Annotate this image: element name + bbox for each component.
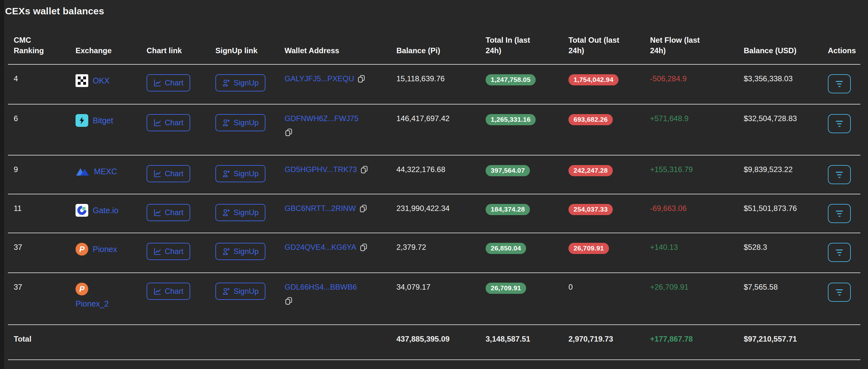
- chart-link-button[interactable]: Chart: [147, 114, 190, 131]
- total-balance-pi: 437,885,395.09: [391, 325, 480, 360]
- row-actions-button[interactable]: [828, 283, 851, 302]
- signup-link-button[interactable]: SignUp: [215, 114, 266, 131]
- total-in-badge: 26,850.04: [486, 243, 526, 254]
- user-plus-icon: [222, 287, 230, 296]
- column-header-total-in-last-24h: Total In (last24h): [480, 17, 563, 64]
- net-flow-value: +571,648.9: [650, 114, 689, 123]
- cmc-ranking-value: 4: [14, 74, 18, 83]
- wallet-address-link[interactable]: GDL66HS4...BBWB6: [284, 283, 357, 291]
- column-header-balance-pi: Balance (Pi): [391, 17, 480, 64]
- wallet-address-link[interactable]: GALYJFJ5...PXEQU: [284, 74, 354, 83]
- net-flow-value: -69,663.06: [650, 204, 687, 213]
- exchange-cell: Gate.io: [75, 204, 135, 217]
- column-header-cmc-ranking: CMCRanking: [8, 17, 70, 64]
- exchange-logo-icon: [75, 114, 88, 127]
- copy-address-icon[interactable]: [357, 74, 366, 83]
- table-row: 37 P Pionex Chart SignUp: [8, 233, 860, 273]
- wallet-address-link[interactable]: GDFNWH6Z...FWJ75: [284, 114, 359, 123]
- chart-line-icon: [153, 119, 161, 127]
- signup-link-button[interactable]: SignUp: [215, 165, 266, 182]
- exchange-cell: Bitget: [75, 114, 135, 127]
- cmc-ranking-value: 11: [14, 204, 22, 213]
- wallet-balances-card: CMCRankingExchangeChart linkSignUp linkW…: [8, 17, 860, 360]
- total-out-sum: 2,970,719.73: [563, 325, 644, 360]
- wallet-address-link[interactable]: GBC6NRTT...2RINW: [284, 204, 356, 213]
- table-row: 4 OKX Chart SignUp: [8, 64, 860, 104]
- total-out-value: 254,037.33: [568, 204, 613, 215]
- balance-pi-value: 34,079.17: [396, 283, 431, 291]
- balance-usd-value: $528.3: [744, 243, 767, 251]
- column-header-net-flow-last-24h: Net Flow (last24h): [644, 17, 738, 64]
- chart-link-button[interactable]: Chart: [147, 283, 190, 300]
- chart-link-button[interactable]: Chart: [147, 243, 190, 260]
- wallet-address-link[interactable]: GD24QVE4...KG6YA: [284, 243, 356, 252]
- balance-pi-value: 2,379.72: [396, 243, 426, 251]
- chart-line-icon: [153, 208, 161, 217]
- wallet-address-cell: GD24QVE4...KG6YA: [284, 243, 385, 252]
- exchange-link[interactable]: Gate.io: [93, 206, 119, 215]
- copy-address-icon[interactable]: [360, 243, 368, 251]
- table-row: 9 MEXC Chart SignUp: [8, 155, 860, 194]
- exchange-link[interactable]: Bitget: [93, 116, 113, 125]
- copy-address-icon[interactable]: [284, 128, 293, 136]
- chart-line-icon: [153, 79, 161, 87]
- column-header-exchange: Exchange: [70, 17, 141, 64]
- total-out-value: 693,682.26: [568, 114, 613, 125]
- net-flow-value: +155,316.79: [650, 165, 693, 174]
- total-label: Total: [8, 325, 70, 360]
- exchange-logo-icon: [75, 74, 88, 87]
- total-out-value: 242,247.28: [568, 165, 613, 176]
- column-header-balance-usd: Balance (USD): [738, 17, 822, 64]
- exchange-link[interactable]: Pionex_2: [75, 299, 108, 308]
- row-actions-button[interactable]: [828, 204, 851, 223]
- exchange-cell: P Pionex: [75, 243, 135, 255]
- chart-link-button[interactable]: Chart: [147, 165, 190, 182]
- exchange-logo-icon: [75, 165, 90, 178]
- total-in-badge: 1,265,331.16: [486, 114, 536, 125]
- balance-pi-value: 15,118,639.76: [396, 74, 445, 83]
- filter-icon: [836, 211, 843, 217]
- exchange-logo-icon: [75, 204, 88, 217]
- signup-link-button[interactable]: SignUp: [215, 243, 266, 260]
- row-actions-button[interactable]: [828, 74, 851, 93]
- exchange-link[interactable]: MEXC: [94, 167, 117, 176]
- exchange-logo-icon: P: [75, 243, 88, 255]
- chart-link-button[interactable]: Chart: [147, 204, 190, 221]
- exchange-link[interactable]: Pionex: [93, 245, 117, 254]
- column-header-actions: Actions: [822, 17, 860, 64]
- balance-pi-value: 146,417,697.42: [396, 114, 450, 123]
- balance-usd-value: $32,504,728.83: [744, 114, 797, 123]
- total-net-flow: +177,867.78: [650, 335, 693, 343]
- chart-link-button[interactable]: Chart: [147, 74, 190, 91]
- user-plus-icon: [222, 119, 230, 127]
- exchange-link[interactable]: OKX: [93, 76, 110, 85]
- window-left-edge: [0, 0, 4, 369]
- total-out-value: 0: [568, 283, 572, 291]
- row-actions-button[interactable]: [828, 165, 851, 184]
- row-actions-button[interactable]: [828, 114, 851, 133]
- copy-address-icon[interactable]: [359, 204, 367, 213]
- balance-usd-value: $9,839,523.22: [744, 165, 793, 174]
- signup-link-button[interactable]: SignUp: [215, 74, 266, 91]
- wallet-address-cell: GDFNWH6Z...FWJ75: [284, 114, 385, 136]
- user-plus-icon: [222, 247, 230, 255]
- copy-address-icon[interactable]: [284, 297, 293, 305]
- signup-link-button[interactable]: SignUp: [215, 283, 266, 300]
- total-in-badge: 184,374.28: [486, 204, 530, 215]
- net-flow-value: -506,284.9: [650, 74, 687, 83]
- copy-address-icon[interactable]: [360, 165, 368, 174]
- column-header-total-out-last-24h: Total Out (last24h): [563, 17, 644, 64]
- filter-icon: [836, 289, 843, 296]
- row-actions-button[interactable]: [828, 243, 851, 262]
- column-header-signup-link: SignUp link: [210, 17, 279, 64]
- table-row: 6 Bitget Chart SignUp: [8, 104, 860, 155]
- wallet-address-cell: GDL66HS4...BBWB6: [284, 283, 385, 305]
- balance-usd-value: $7,565.58: [744, 283, 778, 291]
- total-balance-usd: $97,210,557.71: [738, 325, 822, 360]
- wallet-address-link[interactable]: GD5HGPHV...TRK73: [284, 165, 357, 174]
- wallet-address-cell: GD5HGPHV...TRK73: [284, 165, 385, 174]
- chart-line-icon: [153, 170, 161, 178]
- column-header-chart-link: Chart link: [141, 17, 210, 64]
- total-in-badge: 1,247,758.05: [486, 74, 536, 85]
- signup-link-button[interactable]: SignUp: [215, 204, 266, 221]
